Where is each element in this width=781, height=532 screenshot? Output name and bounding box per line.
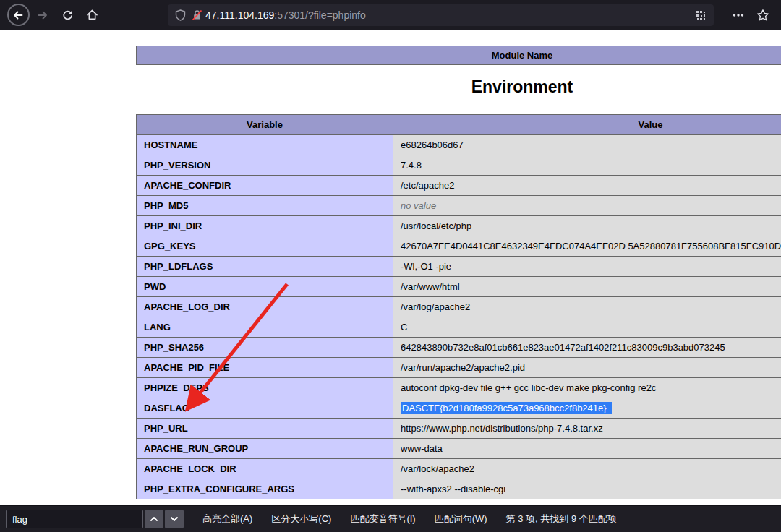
home-button[interactable] [80,3,104,27]
pixel-grid-icon[interactable] [695,9,707,21]
find-next-button[interactable] [165,510,184,528]
variable-cell: PHP_VERSION [137,155,393,176]
table-row: APACHE_PID_FILE /var/run/apache2/apache2… [137,358,781,378]
address-bar[interactable]: 47.111.104.169:57301/?file=phpinfo [168,4,714,26]
table-row: HOSTNAME e68264b06d67 [137,135,781,155]
variable-cell: PWD [137,277,393,297]
value-text: www-data [401,443,443,454]
value-cell: /var/run/apache2/apache2.pid [393,358,781,378]
whole-words-toggle[interactable]: 匹配词句(W) [435,512,487,525]
value-cell: DASCTF{b2d180fa9928c5a73a968bcc2f8b241e} [393,398,781,419]
url-path: :57301/?file=phpinfo [274,9,366,21]
value-column-header: Value [393,115,781,135]
module-name-header: Module Name [136,46,781,65]
value-cell: /var/log/apache2 [393,297,781,317]
value-text: no value [401,200,436,211]
value-text: 42670A7FE4D0441C8E4632349E4FDC074A4EF02D… [401,241,781,252]
value-cell: 7.4.8 [393,155,781,176]
variable-cell: PHP_LDFLAGS [137,257,393,277]
variable-cell: APACHE_PID_FILE [137,358,393,378]
shield-icon[interactable] [175,9,186,21]
variable-cell: GPG_KEYS [137,236,393,257]
page-content: Module Name Environment Variable Value H… [0,30,781,505]
value-cell: C [393,317,781,338]
variable-cell: APACHE_LOG_DIR [137,297,393,317]
back-icon [7,4,30,26]
match-diacritics-toggle[interactable]: 匹配变音符号(I) [350,512,415,525]
value-cell: /var/lock/apache2 [393,459,781,479]
value-text: C [401,322,407,332]
chevron-up-icon [150,515,158,523]
star-icon [756,9,769,22]
find-status: 第 3 项, 共找到 9 个匹配项 [506,512,617,525]
variable-cell: APACHE_RUN_GROUP [137,439,393,459]
table-row: GPG_KEYS 42670A7FE4D0441C8E4632349E4FDC0… [137,236,781,257]
value-text: /usr/local/etc/php [401,220,471,231]
reload-icon [61,9,73,21]
find-bar: 高亮全部(A) 区分大小写(C) 匹配变音符号(I) 匹配词句(W) 第 3 项… [0,505,781,532]
home-icon [86,9,98,21]
variable-cell: HOSTNAME [137,135,393,155]
back-button[interactable] [6,3,30,27]
table-row: PWD /var/www/html [137,277,781,297]
value-text: e68264b06d67 [401,140,464,150]
value-cell: /etc/apache2 [393,176,781,196]
value-cell: e68264b06d67 [393,135,781,155]
toolbar-separator [722,8,722,22]
variable-cell: PHP_INI_DIR [137,216,393,236]
table-row: PHP_EXTRA_CONFIGURE_ARGS --with-apxs2 --… [137,479,781,499]
value-cell: no value [393,196,781,216]
table-row: PHP_LDFLAGS -Wl,-O1 -pie [137,257,781,277]
table-header-row: Variable Value [137,115,781,135]
table-row: PHP_URL https://www.php.net/distribution… [137,419,781,439]
variable-cell: APACHE_CONFDIR [137,176,393,196]
value-cell: 42670A7FE4D0441C8E4632349E4FDC074A4EF02D… [393,236,781,257]
environment-table: Variable Value HOSTNAME e68264b06d67 PHP… [136,114,781,499]
find-selection-highlight: DASCTF{b2d180fa9928c5a73a968bcc2f8b241e} [401,402,612,414]
value-text: 7.4.8 [401,160,422,171]
table-row: APACHE_CONFDIR /etc/apache2 [137,176,781,196]
table-row: PHPIZE_DEPS autoconf dpkg-dev file g++ g… [137,378,781,398]
forward-button[interactable] [30,3,55,27]
table-row: DASFLAG DASCTF{b2d180fa9928c5a73a968bcc2… [137,398,781,419]
url-host: 47.111.104.169 [205,9,274,21]
find-previous-button[interactable] [145,510,163,528]
find-input[interactable] [6,510,143,528]
variable-cell: PHP_URL [137,419,393,439]
value-text: /var/log/apache2 [401,301,470,312]
table-row: PHP_MD5 no value [137,196,781,216]
table-row: APACHE_RUN_GROUP www-data [137,439,781,459]
variable-cell: PHPIZE_DEPS [137,378,393,398]
table-row: LANG C [137,317,781,338]
bookmark-star-button[interactable] [751,3,775,27]
ellipsis-icon [732,9,745,22]
overflow-menu-button[interactable] [726,3,751,27]
env-table-body: HOSTNAME e68264b06d67 PHP_VERSION 7.4.8 … [137,135,781,499]
value-cell: www-data [393,439,781,459]
value-text: --with-apxs2 --disable-cgi [401,484,505,494]
value-cell: /var/www/html [393,277,781,297]
variable-cell: DASFLAG [137,398,393,419]
match-case-toggle[interactable]: 区分大小写(C) [271,512,331,525]
table-row: PHP_SHA256 642843890b732e8af01cb661e823a… [137,338,781,358]
reload-button[interactable] [55,3,80,27]
value-cell: 642843890b732e8af01cb661e823ae01472af140… [393,338,781,358]
page-title: Environment [136,77,781,97]
insecure-lock-icon[interactable] [192,9,202,21]
value-cell: /usr/local/etc/php [393,216,781,236]
table-row: PHP_INI_DIR /usr/local/etc/php [137,216,781,236]
value-cell: -Wl,-O1 -pie [393,257,781,277]
value-text: -Wl,-O1 -pie [401,261,451,272]
url-text: 47.111.104.169:57301/?file=phpinfo [205,9,695,21]
variable-cell: PHP_MD5 [137,196,393,216]
variable-cell: APACHE_LOCK_DIR [137,459,393,479]
value-cell: --with-apxs2 --disable-cgi [393,479,781,499]
forward-icon [37,9,48,21]
variable-column-header: Variable [137,115,393,135]
chevron-down-icon [170,515,179,523]
highlight-all-toggle[interactable]: 高亮全部(A) [202,512,252,525]
browser-toolbar: 47.111.104.169:57301/?file=phpinfo [0,0,781,30]
table-row: APACHE_LOCK_DIR /var/lock/apache2 [137,459,781,479]
value-text: /var/run/apache2/apache2.pid [401,362,525,373]
browser-window: 47.111.104.169:57301/?file=phpinfo Modul… [0,0,781,532]
